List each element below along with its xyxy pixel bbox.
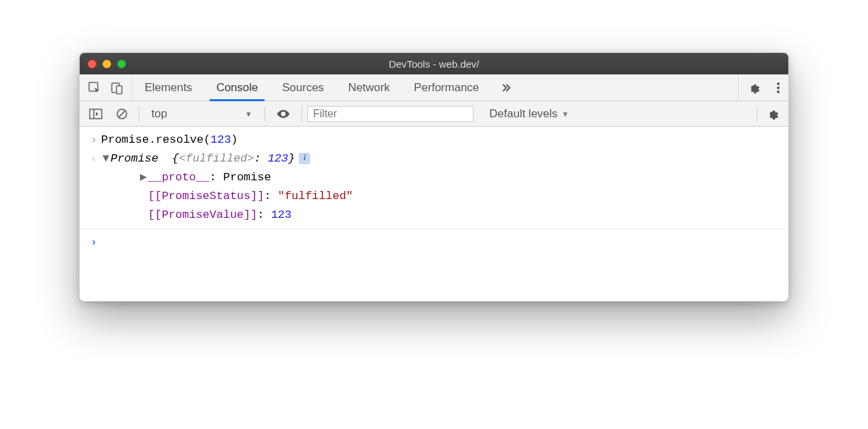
- console-input-echo: › Promise.resolve(123): [80, 131, 788, 149]
- eye-icon: [276, 109, 291, 119]
- disclosure-triangle-closed-icon[interactable]: ▶: [139, 168, 148, 187]
- filter-input[interactable]: [308, 107, 473, 121]
- filter-field[interactable]: [307, 106, 474, 122]
- levels-label: Default levels: [490, 107, 558, 121]
- clear-console-button[interactable]: [111, 108, 133, 120]
- disclosure-triangle-open-icon[interactable]: ▼: [101, 149, 111, 168]
- context-label: top: [151, 107, 167, 121]
- console-prompt-row[interactable]: ›: [80, 229, 788, 252]
- console-output: › Promise.resolve(123) ‹ ▼Promise {<fulf…: [80, 127, 788, 301]
- property-value: 123: [271, 208, 292, 221]
- gear-icon: [766, 107, 779, 121]
- property-key: [[PromiseValue]]: [148, 208, 257, 221]
- caret-down-icon: ▼: [245, 110, 252, 118]
- window-zoom-button[interactable]: [117, 60, 126, 68]
- window-close-button[interactable]: [88, 60, 96, 68]
- svg-point-3: [777, 82, 780, 85]
- chevron-double-right-icon: [500, 82, 512, 94]
- divider: [757, 107, 757, 121]
- toggle-sidebar-button[interactable]: [84, 109, 108, 119]
- svg-line-9: [119, 111, 125, 117]
- property-key: __proto__: [148, 171, 210, 184]
- ban-icon: [116, 108, 128, 120]
- caret-down-icon: ▼: [562, 110, 569, 118]
- log-levels-select[interactable]: Default levels ▼: [483, 107, 576, 121]
- object-property-row[interactable]: ▶__proto__: Promise: [80, 168, 788, 187]
- console-result-row: ‹ ▼Promise {<fulfilled>: 123} i: [80, 149, 788, 168]
- tab-console[interactable]: Console: [204, 74, 270, 101]
- titlebar: DevTools - web.dev/: [80, 53, 788, 74]
- divider: [301, 107, 302, 121]
- tab-elements[interactable]: Elements: [133, 74, 204, 101]
- tab-strip: ElementsConsoleSourcesNetworkPerformance: [80, 74, 788, 101]
- object-property-row[interactable]: [[PromiseStatus]]: "fulfilled": [80, 187, 788, 206]
- input-marker-icon: ›: [86, 131, 101, 149]
- kebab-icon: [776, 81, 780, 95]
- console-toolbar: top ▼ Default levels ▼: [80, 101, 788, 127]
- console-input[interactable]: [101, 233, 782, 252]
- devtools-window: DevTools - web.dev/ ElementsConsoleSourc…: [79, 52, 789, 302]
- output-marker-icon: ‹: [86, 149, 101, 168]
- live-expression-button[interactable]: [271, 109, 296, 119]
- window-minimize-button[interactable]: [102, 60, 111, 68]
- property-key: [[PromiseStatus]]: [148, 190, 264, 202]
- svg-point-5: [777, 90, 780, 93]
- tab-performance[interactable]: Performance: [402, 74, 491, 101]
- execution-context-select[interactable]: top ▼: [145, 105, 259, 123]
- object-property-row[interactable]: [[PromiseValue]]: 123: [80, 206, 788, 225]
- info-badge-icon[interactable]: i: [299, 153, 310, 164]
- input-expression[interactable]: Promise.resolve(123): [101, 131, 238, 149]
- window-title: DevTools - web.dev/: [80, 58, 788, 70]
- inspect-element-icon[interactable]: [88, 81, 101, 95]
- property-value: "fulfilled": [278, 190, 353, 202]
- settings-button[interactable]: [739, 81, 768, 95]
- prompt-caret-icon: ›: [86, 233, 101, 252]
- more-tabs-button[interactable]: [491, 74, 522, 101]
- divider: [265, 107, 265, 121]
- tab-network[interactable]: Network: [336, 74, 402, 101]
- kebab-menu-button[interactable]: [768, 81, 788, 95]
- object-preview[interactable]: ▼Promise {<fulfilled>: 123} i: [101, 149, 310, 168]
- svg-point-4: [777, 86, 780, 89]
- inspect-group: [80, 74, 133, 101]
- tab-sources[interactable]: Sources: [270, 74, 336, 101]
- divider: [139, 107, 139, 121]
- device-toolbar-icon[interactable]: [111, 81, 124, 95]
- property-value: Promise: [223, 171, 271, 184]
- console-settings-button[interactable]: [760, 107, 784, 121]
- svg-rect-2: [117, 86, 122, 94]
- gear-icon: [747, 81, 760, 95]
- traffic-lights: [88, 60, 126, 68]
